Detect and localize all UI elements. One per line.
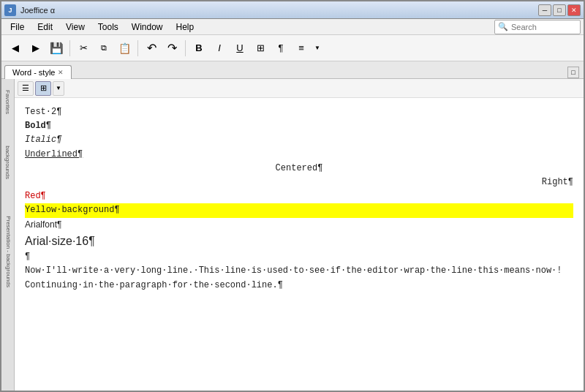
tab-bar: Word - style ✕ □ [1, 61, 584, 79]
doc-line-10: Arial·size·16¶ [25, 232, 573, 251]
doc-line-5: Centered¶ [25, 162, 573, 176]
window-title: Joeffice α [20, 6, 55, 15]
window-controls: ─ □ ✕ [538, 4, 581, 16]
collapse-button[interactable]: □ [567, 67, 579, 78]
search-box[interactable]: 🔍 [494, 20, 581, 34]
sidebar-backgrounds-label: backgrounds [4, 146, 11, 179]
menu-bar: File Edit View Tools Window Help 🔍 [1, 19, 584, 35]
italic-button[interactable]: I [210, 39, 229, 58]
redo-icon: ↷ [167, 41, 177, 55]
view-dropdown-icon: ▼ [56, 85, 61, 91]
cut-icon: ✂ [80, 42, 88, 53]
minimize-button[interactable]: ─ [538, 4, 551, 16]
doc-line-9: Arialfont¶ [25, 218, 573, 232]
word-style-tab[interactable]: Word - style ✕ [4, 65, 72, 79]
doc-line-4: Underlined¶ [25, 148, 573, 162]
doc-line-7: Red¶ [25, 189, 573, 203]
menu-edit[interactable]: Edit [31, 20, 58, 34]
list-view-button[interactable]: ☰ [18, 81, 34, 96]
undo-button[interactable]: ↶ [142, 39, 161, 58]
paste-icon: 📋 [118, 42, 131, 54]
sidebar: Favorites backgrounds Presentation - bac… [1, 79, 15, 391]
doc-line-6: Right¶ [25, 176, 573, 189]
list-view-icon: ☰ [22, 83, 29, 93]
paragraph-icon: ¶ [279, 42, 284, 53]
cut-button[interactable]: ✂ [74, 39, 93, 58]
align-button[interactable]: ≡ [292, 39, 311, 58]
sidebar-presentation[interactable]: Presentation - backgrounds [3, 208, 13, 295]
document-area[interactable]: Test·2¶ Bold¶ Italic¶ Underlined¶ Center… [15, 98, 584, 391]
document-container: ☰ ⊞ ▼ Test·2¶ Bold¶ Italic¶ Underlined¶ … [15, 79, 584, 391]
table-icon: ⊞ [257, 42, 265, 53]
redo-button[interactable]: ↷ [162, 39, 181, 58]
title-bar-left: J Joeffice α [4, 4, 55, 16]
sub-toolbar: ☰ ⊞ ▼ [15, 79, 584, 98]
align-dropdown[interactable]: ▼ [312, 39, 322, 58]
app-icon: J [4, 4, 16, 16]
menu-tools[interactable]: Tools [92, 20, 124, 34]
doc-line-3: Italic¶ [25, 133, 573, 147]
toolbar-sep-3 [185, 40, 186, 56]
close-button[interactable]: ✕ [567, 4, 581, 16]
underline-button[interactable]: U [230, 39, 249, 58]
bold-button[interactable]: B [189, 39, 208, 58]
toolbar-sep-2 [137, 40, 138, 56]
back-icon: ◀ [12, 42, 19, 53]
undo-icon: ↶ [147, 41, 156, 55]
doc-line-13: Continuing·in·the·paragraph·for·the·seco… [25, 279, 573, 293]
sidebar-favorites[interactable]: Favorites [3, 80, 13, 124]
main-window: J Joeffice α ─ □ ✕ File Edit View Tools … [0, 0, 585, 392]
back-button[interactable]: ◀ [6, 39, 25, 58]
main-toolbar: ◀ ▶ 💾 ✂ ⧉ 📋 ↶ ↷ B I U [1, 35, 584, 61]
menu-window[interactable]: Window [126, 20, 169, 34]
align-dropdown-icon: ▼ [314, 45, 320, 51]
sidebar-favorites-label: Favorites [4, 91, 11, 115]
doc-line-1: Test·2¶ [25, 105, 573, 119]
title-bar: J Joeffice α ─ □ ✕ [1, 1, 584, 19]
forward-button[interactable]: ▶ [26, 39, 45, 58]
copy-button[interactable]: ⧉ [94, 39, 113, 58]
toolbar-sep-1 [69, 40, 70, 56]
paragraph-button[interactable]: ¶ [271, 39, 290, 58]
menu-view[interactable]: View [60, 20, 91, 34]
italic-icon: I [218, 42, 221, 53]
sidebar-backgrounds[interactable]: backgrounds [3, 140, 13, 184]
doc-line-12: Now·I'll·write·a·very·long·line.·This·li… [25, 264, 573, 278]
tab-label: Word - style [12, 68, 55, 77]
save-icon: 💾 [50, 42, 64, 55]
search-icon: 🔍 [498, 22, 508, 31]
align-icon: ≡ [298, 42, 304, 53]
maximize-button[interactable]: □ [553, 4, 566, 16]
search-input[interactable] [511, 23, 577, 31]
main-area: Favorites backgrounds Presentation - bac… [1, 79, 584, 391]
tile-view-icon: ⊞ [40, 83, 47, 93]
sidebar-presentation-label: Presentation - backgrounds [4, 216, 12, 287]
doc-line-11: ¶ [25, 250, 573, 264]
copy-icon: ⧉ [101, 43, 107, 53]
doc-line-2: Bold¶ [25, 119, 573, 133]
menu-file[interactable]: File [4, 20, 30, 34]
forward-icon: ▶ [32, 42, 39, 53]
paste-button[interactable]: 📋 [115, 39, 134, 58]
underline-icon: U [236, 42, 243, 53]
doc-line-8: Yellow·background¶ [25, 203, 573, 217]
table-button[interactable]: ⊞ [251, 39, 270, 58]
tab-close-button[interactable]: ✕ [58, 69, 64, 76]
save-button[interactable]: 💾 [47, 39, 66, 58]
bold-icon: B [195, 42, 202, 53]
view-dropdown-button[interactable]: ▼ [53, 81, 64, 96]
tile-view-button[interactable]: ⊞ [35, 81, 51, 96]
menu-help[interactable]: Help [170, 20, 200, 34]
